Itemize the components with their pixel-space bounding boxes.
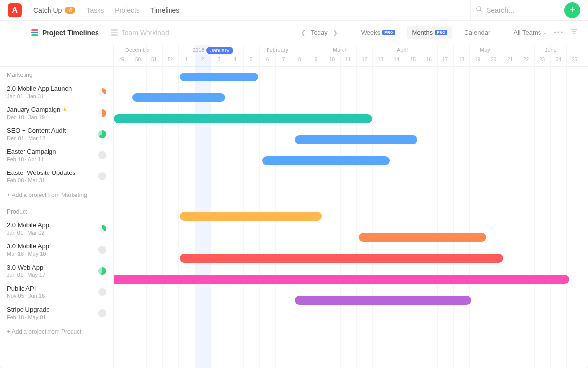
status-circle	[98, 109, 106, 117]
project-row[interactable]: SEO + Content AuditDec 01 · Mar 18	[0, 123, 113, 145]
range-weeks[interactable]: Weeks PRO	[356, 26, 400, 39]
week-number: 5	[243, 57, 259, 62]
week-number: 18	[453, 57, 469, 62]
week-number: 7	[275, 57, 292, 62]
week-number: 6	[259, 57, 275, 62]
project-dates: Feb 08 · Mar 31	[7, 177, 75, 183]
pro-badge: PRO	[382, 30, 395, 35]
search-placeholder: Search...	[487, 6, 514, 14]
status-circle	[98, 225, 106, 233]
project-row[interactable]: Easter Website UpdatesFeb 08 · Mar 31	[0, 166, 113, 187]
range-calendar[interactable]: Calendar	[459, 26, 495, 39]
team-filter-label: All Teams	[514, 29, 541, 36]
star-icon: ★	[62, 106, 67, 113]
nav-catch-up[interactable]: Catch Up 4	[33, 6, 75, 14]
week-number: 17	[437, 57, 453, 62]
tab-project-timelines-label: Project Timelines	[42, 29, 99, 37]
project-row[interactable]: 2.0 Mobile App LaunchJan 01 · Jan 31	[0, 81, 113, 102]
range-months-label: Months	[412, 29, 433, 36]
project-row[interactable]: 3.0 Web AppJan 01 · May 17	[0, 260, 113, 281]
project-name: 3.0 Mobile App	[7, 243, 49, 250]
prev-button[interactable]: ❮	[301, 29, 306, 36]
project-dates: Dec 10 · Jan 19	[7, 114, 67, 120]
status-circle	[98, 246, 106, 254]
project-name: 2.0 Mobile App Launch	[7, 85, 72, 92]
project-row[interactable]: Easter CampaignFeb 18 · Apr 11	[0, 145, 113, 166]
timeline-bar[interactable]	[295, 135, 417, 144]
timeline-bar[interactable]	[180, 212, 322, 221]
timeline-bar[interactable]	[359, 233, 486, 242]
week-number: 51	[146, 57, 162, 62]
today-button[interactable]: Today	[311, 29, 328, 36]
project-dates: Jan 01 · Jan 31	[7, 93, 72, 99]
project-dates: Jan 01 · May 17	[7, 272, 45, 278]
project-dates: Mar 18 · May 10	[7, 251, 49, 257]
svg-line-1	[480, 10, 482, 12]
search-input[interactable]: Search...	[470, 0, 559, 20]
search-icon	[476, 6, 483, 14]
project-dates: Feb 18 · Apr 11	[7, 156, 56, 162]
project-name: 2.0 Mobile App	[7, 221, 49, 229]
week-number: 14	[389, 57, 405, 62]
project-name: SEO + Content Audit	[7, 127, 66, 134]
week-number: 49	[114, 57, 130, 62]
app-logo[interactable]: A	[8, 3, 22, 17]
project-sidebar: Marketing2.0 Mobile App LaunchJan 01 · J…	[0, 45, 114, 368]
project-row[interactable]: Public APINov 05 · Jun 16	[0, 281, 113, 302]
week-number: 3	[211, 57, 227, 62]
status-circle	[98, 130, 106, 138]
add-button[interactable]: +	[564, 2, 580, 18]
project-row[interactable]: Stripe UpgradeFeb 18 · May 01	[0, 302, 113, 323]
section-header: Product	[0, 203, 113, 218]
project-name: 3.0 Web App	[7, 264, 45, 271]
svg-point-0	[477, 7, 481, 11]
timeline-bar[interactable]	[295, 296, 471, 305]
tab-team-workload[interactable]: Team Workload	[111, 29, 169, 37]
timeline-bar[interactable]	[180, 73, 258, 81]
nav-projects[interactable]: Projects	[115, 6, 140, 14]
week-number: 50	[130, 57, 146, 62]
nav-timelines[interactable]: Timelines	[150, 6, 179, 14]
more-menu[interactable]: •••	[554, 29, 564, 36]
nav-tasks[interactable]: Tasks	[86, 6, 104, 14]
timeline-bar[interactable]	[114, 275, 569, 284]
status-circle	[98, 151, 106, 159]
week-number: 21	[502, 57, 518, 62]
filter-button[interactable]	[570, 28, 578, 38]
timeline-bar[interactable]	[262, 156, 390, 165]
timeline-icon	[31, 29, 38, 36]
month-label: April	[397, 47, 408, 53]
status-circle	[98, 172, 106, 180]
status-circle	[98, 309, 106, 317]
status-circle	[98, 88, 106, 96]
tab-team-workload-label: Team Workload	[122, 29, 169, 37]
project-row[interactable]: 3.0 Mobile AppMar 18 · May 10	[0, 239, 113, 260]
add-project-button[interactable]: + Add a project from Marketing	[0, 187, 113, 203]
week-number: 22	[518, 57, 534, 62]
timeline-chart[interactable]: 2018DecemberJanuaryFebruaryMarchAprilMay…	[114, 45, 588, 368]
week-number: 9	[308, 57, 324, 62]
status-circle	[98, 267, 106, 275]
week-number: 20	[486, 57, 502, 62]
week-number: 12	[356, 57, 372, 62]
section-header: Marketing	[0, 67, 113, 81]
team-filter[interactable]: All Teams ⌄	[514, 29, 547, 36]
project-dates: Nov 05 · Jun 16	[7, 293, 45, 299]
next-button[interactable]: ❯	[333, 29, 338, 36]
project-dates: Feb 18 · May 01	[7, 314, 49, 320]
timeline-bar[interactable]	[132, 93, 225, 102]
project-row[interactable]: January Campaign★Dec 10 · Jan 19	[0, 102, 113, 123]
week-number: 1	[178, 57, 195, 62]
week-number: 23	[534, 57, 550, 62]
project-name: January Campaign★	[7, 106, 67, 113]
range-months[interactable]: Months PRO	[407, 26, 453, 39]
week-number: 24	[550, 57, 566, 62]
tab-project-timelines[interactable]: Project Timelines	[31, 29, 99, 37]
week-number: 13	[372, 57, 389, 62]
project-row[interactable]: 2.0 Mobile AppJan 01 · Mar 02	[0, 218, 113, 239]
timeline-bar[interactable]	[114, 114, 372, 123]
add-project-button[interactable]: + Add a project from Product	[0, 323, 113, 340]
timeline-bar[interactable]	[180, 254, 503, 263]
week-number: 19	[469, 57, 486, 62]
month-label: May	[480, 47, 490, 53]
